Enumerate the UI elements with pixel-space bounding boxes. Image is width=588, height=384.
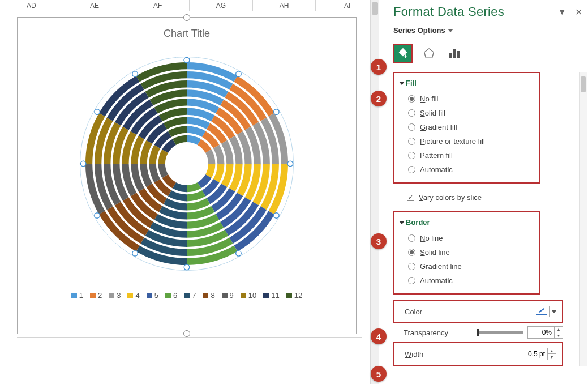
fill-option-gradient_fill[interactable]: Gradient fill [400,120,531,134]
svg-point-1 [168,144,207,184]
column-header[interactable]: AH [253,0,316,11]
legend-label: 9 [230,291,234,300]
worksheet-scrollbar[interactable]: ▲ ▼ [370,0,379,384]
series-options-dropdown[interactable]: Series Options [393,26,582,35]
radio-label: No line [420,234,443,242]
fill-option-automatic[interactable]: Automatic [400,163,531,177]
fill-option-no_fill[interactable]: No fill [400,92,531,106]
transparency-slider[interactable] [478,331,523,334]
legend-item[interactable]: 10 [241,291,256,300]
series-options-tab[interactable] [445,44,465,63]
scroll-thumb[interactable] [372,2,378,15]
svg-rect-4 [453,49,456,58]
selection-handle[interactable] [274,213,280,219]
color-picker[interactable] [534,306,550,317]
legend-swatch [90,293,96,298]
pie-chart[interactable] [74,50,300,277]
legend-item[interactable]: 5 [147,291,158,300]
legend-swatch [147,293,152,298]
resize-handle-bottom[interactable] [183,330,190,337]
legend-label: 2 [98,291,102,300]
chevron-down-icon[interactable] [552,310,556,313]
selection-handle[interactable] [132,251,138,257]
radio[interactable] [408,277,415,284]
selection-handle[interactable] [287,161,293,167]
fill-and-line-tab[interactable] [393,44,413,63]
radio[interactable] [408,123,415,131]
chart-object[interactable]: Chart Title 123456789101112 [17,17,357,334]
legend-item[interactable]: 7 [184,291,196,300]
legend-item[interactable]: 8 [203,291,214,300]
spin-up-icon[interactable]: ▲ [555,327,563,332]
pane-scrollbar[interactable] [579,72,587,366]
legend-item[interactable]: 4 [127,291,139,300]
radio[interactable] [408,263,415,270]
pane-close-icon[interactable]: ✕ [575,7,582,18]
border-option-no_line[interactable]: No line [400,231,531,245]
border-option-automatic[interactable]: Automatic [400,274,531,288]
radio-label: Solid fill [420,109,445,117]
selection-handle[interactable] [95,109,100,115]
legend-swatch [71,293,77,298]
fill-label: Fill [406,79,417,87]
spin-up-icon[interactable]: ▲ [548,348,556,354]
selection-handle[interactable] [95,213,100,219]
border-section: Border No lineSolid lineGradient lineAut… [393,211,540,295]
selection-handle[interactable] [184,264,190,270]
column-header[interactable]: AE [63,0,127,11]
scroll-thumb[interactable] [581,76,586,92]
legend-item[interactable]: 1 [71,291,83,300]
legend-item[interactable]: 6 [165,291,177,300]
legend-swatch [286,293,292,298]
fill-option-solid_fill[interactable]: Solid fill [400,106,531,120]
radio[interactable] [408,109,415,117]
legend-swatch [184,293,190,298]
legend-item[interactable]: 2 [90,291,102,300]
column-headers: ADAEAFAGAHAI [0,0,379,11]
selection-handle[interactable] [236,71,242,77]
column-header[interactable]: AG [190,0,253,11]
legend-item[interactable]: 9 [222,291,234,300]
resize-handle-top[interactable] [183,14,190,21]
selection-handle[interactable] [184,57,190,63]
selection-handle[interactable] [236,251,242,257]
legend-swatch [203,293,208,298]
spin-down-icon[interactable]: ▼ [555,332,563,338]
width-input[interactable]: ▲▼ [521,348,556,360]
radio[interactable] [408,166,415,173]
legend-item[interactable]: 11 [263,291,279,300]
border-label: Border [406,218,430,227]
radio[interactable] [408,249,415,256]
pane-options-icon[interactable]: ▼ [558,7,566,16]
fill-option-pattern_fill[interactable]: Pattern fill [400,148,531,163]
spin-down-icon[interactable]: ▼ [548,354,556,360]
selection-handle[interactable] [80,161,86,167]
legend-item[interactable]: 3 [109,291,121,300]
annotation-badge-2: 2 [371,91,387,106]
selection-handle[interactable] [132,71,138,77]
radio[interactable] [408,138,415,145]
legend-swatch [263,293,269,298]
legend-label: 6 [173,291,177,300]
chart-title[interactable]: Chart Title [18,18,356,42]
fill-section: Fill No fillSolid fillGradient fillPictu… [393,72,540,184]
radio[interactable] [408,234,415,242]
legend-item[interactable]: 12 [286,291,302,300]
border-option-gradient_line[interactable]: Gradient line [400,259,531,274]
column-header[interactable]: AF [126,0,190,11]
fill-option-picture_fill[interactable]: Picture or texture fill [400,134,531,148]
column-header[interactable]: AD [0,0,63,11]
selection-handle[interactable] [274,109,280,115]
radio[interactable] [408,95,415,103]
effects-tab[interactable] [419,44,439,63]
collapse-icon[interactable] [399,82,405,85]
chart-plot-area[interactable] [18,42,356,285]
radio[interactable] [408,152,415,159]
collapse-icon[interactable] [399,221,405,224]
transparency-input[interactable]: ▲▼ [527,326,563,339]
chart-legend[interactable]: 123456789101112 [18,285,356,305]
legend-swatch [241,293,246,298]
border-option-solid_line[interactable]: Solid line [400,245,531,259]
vary-colors-checkbox[interactable]: ✓ [407,194,414,201]
legend-label: 4 [135,291,139,300]
